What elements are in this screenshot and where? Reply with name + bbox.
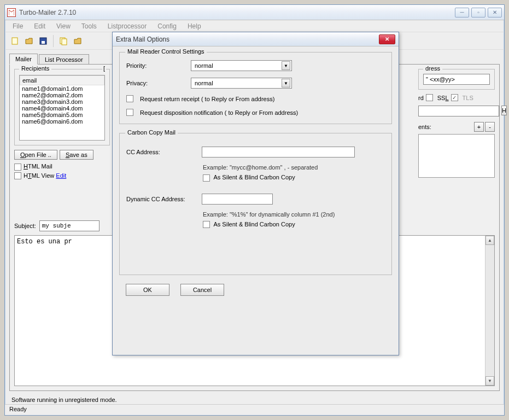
privacy-value: normal xyxy=(195,80,213,86)
svg-rect-0 xyxy=(12,38,17,44)
dialog-title: Extra Mail Options xyxy=(116,36,379,43)
scroll-down-icon[interactable]: ▼ xyxy=(485,376,494,386)
recipients-list[interactable]: email name1@domain1.dom name2@domain2.do… xyxy=(19,75,105,141)
html-mail-label: HTML Mail xyxy=(24,163,52,170)
dialog-close-button[interactable]: ✕ xyxy=(379,34,395,44)
svg-rect-2 xyxy=(42,41,45,44)
cc-blind-checkbox[interactable] xyxy=(203,174,210,182)
unregistered-label: Software running in unregistered mode. xyxy=(11,396,117,403)
scroll-up-icon[interactable]: ▲ xyxy=(485,236,494,245)
server-input[interactable] xyxy=(418,106,499,116)
disposition-label: Request disposition notification ( to Re… xyxy=(140,109,298,116)
dyncc-example: Example: "%1%" for dynamically column #1… xyxy=(203,211,385,218)
menu-file[interactable]: File xyxy=(8,21,27,31)
dynamic-cc-input[interactable] xyxy=(202,194,273,205)
privacy-label: Privacy: xyxy=(126,80,186,86)
ssl-checkbox[interactable] xyxy=(426,94,433,101)
minimize-button[interactable]: ─ xyxy=(455,8,469,18)
menubar: File Edit View Tools Listprocessor Confi… xyxy=(5,20,504,32)
toolbar-separator xyxy=(53,35,54,47)
sender-group-label: dress xyxy=(423,65,442,72)
html-view-label: HTML View xyxy=(24,172,54,179)
disposition-checkbox[interactable] xyxy=(126,109,133,116)
list-item[interactable]: name4@domain4.dom xyxy=(20,105,104,112)
subject-input[interactable] xyxy=(39,220,100,231)
recipients-label: Recipients xyxy=(19,65,51,72)
app-icon xyxy=(7,8,16,17)
group2-title: Carbon Copy Mail xyxy=(125,129,178,136)
attachments-list[interactable] xyxy=(418,134,495,178)
menu-tools[interactable]: Tools xyxy=(77,21,101,31)
edit-link[interactable]: Edit xyxy=(56,172,66,179)
statusbar: Ready xyxy=(5,404,504,415)
sender-input[interactable] xyxy=(423,74,490,85)
menu-listprocessor[interactable]: Listprocessor xyxy=(103,21,151,31)
close-button[interactable]: ✕ xyxy=(488,8,502,18)
recipients-bracket: [ xyxy=(102,65,106,72)
carbon-copy-group: Carbon Copy Mail CC Address: Example: "m… xyxy=(119,133,392,275)
return-receipt-label: Request return receipt ( to Reply or Fro… xyxy=(140,96,274,102)
ssl-label: SSL xyxy=(437,95,449,101)
open-file-button[interactable]: Open File .. xyxy=(14,150,57,160)
save-as-button[interactable]: Save as xyxy=(60,150,93,160)
titlebar: Turbo-Mailer 2.7.10 ─ ▫ ✕ xyxy=(5,5,504,20)
cc-example: Example: "mycc@home.dom" , - separated xyxy=(203,164,385,171)
menu-edit[interactable]: Edit xyxy=(30,21,50,31)
h-button[interactable]: H xyxy=(501,106,507,115)
menu-config[interactable]: Config xyxy=(153,21,181,31)
priority-value: normal xyxy=(195,62,213,69)
ok-button[interactable]: OK xyxy=(126,284,169,296)
window-title: Turbo-Mailer 2.7.10 xyxy=(19,9,455,16)
list-item[interactable]: name3@domain3.dom xyxy=(20,98,104,105)
svg-rect-4 xyxy=(62,39,67,45)
new-icon[interactable] xyxy=(8,34,21,48)
dynamic-cc-label: Dynamic CC Address: xyxy=(126,196,197,202)
priority-label: Priority: xyxy=(126,62,186,69)
cc-blind-label: As Silent & Blind Carbon Copy xyxy=(213,174,295,180)
cc-address-label: CC Address: xyxy=(126,149,197,155)
add-attachment-button[interactable]: + xyxy=(474,122,484,132)
html-view-checkbox[interactable] xyxy=(14,172,21,179)
open2-icon[interactable] xyxy=(71,34,84,48)
attachments-label: ents: xyxy=(418,124,431,130)
tls-label: TLS xyxy=(463,95,473,101)
mail-reader-control-group: Mail Reader Control Settings Priority: n… xyxy=(119,52,392,124)
cancel-button[interactable]: Cancel xyxy=(180,284,224,296)
menu-help[interactable]: Help xyxy=(183,21,206,31)
extra-mail-options-dialog: Extra Mail Options ✕ Mail Reader Control… xyxy=(112,32,399,355)
tab-list-processor[interactable]: List Processor xyxy=(39,54,89,65)
body-scrollbar[interactable]: ▲ ▼ xyxy=(485,236,494,386)
remove-attachment-button[interactable]: - xyxy=(485,122,495,132)
privacy-select[interactable]: normal ▼ xyxy=(191,78,292,89)
list-item[interactable]: name2@domain2.dom xyxy=(20,92,104,98)
html-mail-checkbox[interactable] xyxy=(14,164,21,171)
open-icon[interactable] xyxy=(22,34,36,48)
save-icon[interactable] xyxy=(37,34,50,48)
status-text: Ready xyxy=(9,406,27,412)
return-receipt-checkbox[interactable] xyxy=(126,95,133,102)
maximize-button[interactable]: ▫ xyxy=(471,8,485,18)
rd-label: rd xyxy=(418,95,424,101)
dropdown-arrow-icon[interactable]: ▼ xyxy=(282,61,290,70)
sender-panel: dress rd SSL TLS H ents: + - xyxy=(418,69,495,178)
recipients-group: Recipients [ email name1@domain1.dom nam… xyxy=(14,69,110,145)
dyncc-blind-label: As Silent & Blind Carbon Copy xyxy=(213,221,295,228)
group1-title: Mail Reader Control Settings xyxy=(125,48,207,55)
list-item[interactable]: name6@domain6.dom xyxy=(20,118,104,125)
menu-view[interactable]: View xyxy=(52,21,75,31)
dropdown-arrow-icon[interactable]: ▼ xyxy=(282,79,290,88)
priority-select[interactable]: normal ▼ xyxy=(191,60,292,71)
list-item[interactable]: name1@domain1.dom xyxy=(20,85,104,92)
tab-mailer[interactable]: Mailer xyxy=(9,54,38,65)
tls-checkbox[interactable] xyxy=(451,94,458,101)
cc-address-input[interactable] xyxy=(202,147,355,158)
list-item[interactable]: name5@domain5.dom xyxy=(20,112,104,118)
email-column-header[interactable]: email xyxy=(20,75,104,85)
copy-icon[interactable] xyxy=(57,34,70,48)
dialog-titlebar: Extra Mail Options ✕ xyxy=(113,32,399,46)
subject-label: Subject: xyxy=(14,223,36,229)
dyncc-blind-checkbox[interactable] xyxy=(203,221,210,228)
